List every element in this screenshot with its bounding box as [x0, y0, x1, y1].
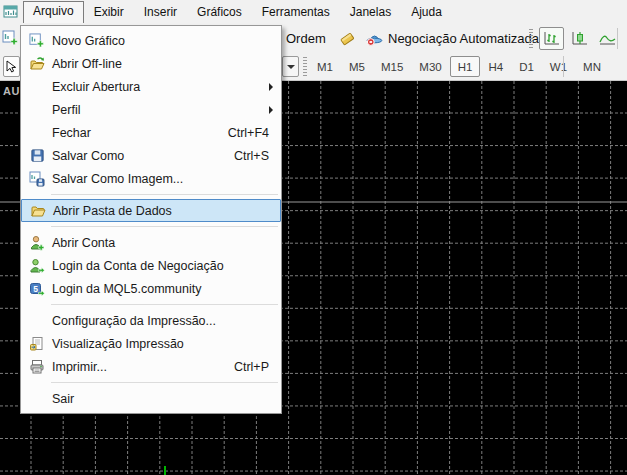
new-chart-toolbar-icon[interactable]: [2, 30, 19, 51]
menubar-item-janelas[interactable]: Janelas: [340, 2, 401, 23]
menu-item-novo-grafico[interactable]: Novo Gráfico: [21, 29, 281, 52]
autotrading-label: Negociação Automatizada: [388, 31, 539, 46]
print-preview-icon: [22, 336, 52, 352]
timeframe-m1[interactable]: M1: [309, 56, 341, 77]
shortcut-label: Ctrl+F4: [228, 126, 269, 140]
open-folder-icon: [23, 203, 53, 219]
cursor-tool-button[interactable]: [3, 56, 20, 77]
save-image-icon: [22, 171, 52, 187]
chevron-down-icon: [287, 65, 295, 69]
menu-item-imprimir[interactable]: Imprimir... Ctrl+P: [21, 355, 281, 378]
menu-item-fechar[interactable]: Fechar Ctrl+F4: [21, 121, 281, 144]
menu-item-sair[interactable]: Sair: [21, 387, 281, 410]
menu-item-abrir-conta[interactable]: Abrir Conta: [21, 231, 281, 254]
chart-window-icon[interactable]: [2, 3, 20, 21]
menu-item-login-mql5[interactable]: 5 Login da MQL5.community: [21, 277, 281, 300]
candlestick-chart-icon: [570, 30, 589, 47]
menu-item-salvar-como[interactable]: Salvar Como Ctrl+S: [21, 144, 281, 167]
menu-separator: [21, 222, 281, 231]
menubar-item-ajuda[interactable]: Ajuda: [401, 2, 452, 23]
timeframe-d1[interactable]: D1: [511, 56, 542, 77]
toolbar-grip[interactable]: [529, 29, 533, 48]
shortcut-label: Ctrl+P: [234, 360, 269, 374]
file-menu-dropdown: Novo Gráfico Abrir Off-line Excluir Aber…: [20, 25, 282, 414]
menubar-item-exibir[interactable]: Exibir: [84, 2, 134, 23]
menu-separator: [21, 300, 281, 309]
menu-item-salvar-como-imagem[interactable]: Salvar Como Imagem...: [21, 167, 281, 190]
save-icon: [22, 148, 52, 163]
menu-item-excluir-abertura[interactable]: Excluir Abertura: [21, 75, 281, 98]
toolbar-separator: [617, 28, 618, 49]
expert-advisor-hat-icon: [366, 30, 383, 47]
menu-item-perfil[interactable]: Perfil: [21, 98, 281, 121]
indicators-dropdown-button[interactable]: [282, 56, 299, 77]
chart-type-buttons: [539, 27, 620, 50]
account-add-icon: [22, 235, 52, 251]
timeframe-m30[interactable]: M30: [411, 56, 449, 77]
new-chart-icon: [22, 33, 52, 49]
submenu-arrow-icon: [269, 83, 273, 91]
order-ticket-icon[interactable]: [339, 30, 356, 51]
timeframe-m5[interactable]: M5: [341, 56, 373, 77]
submenu-arrow-icon: [269, 106, 273, 114]
bar-chart-button[interactable]: [539, 27, 564, 50]
menubar-item-ferramentas[interactable]: Ferramentas: [252, 2, 340, 23]
timeframe-mn[interactable]: MN: [575, 56, 609, 77]
menu-item-abrir-offline[interactable]: Abrir Off-line: [21, 52, 281, 75]
timeframe-w1[interactable]: W1: [542, 56, 575, 77]
candle-tick: [164, 466, 166, 475]
autotrading-button[interactable]: Negociação Automatizada: [362, 27, 543, 49]
timeframe-h4[interactable]: H4: [480, 56, 511, 77]
open-offline-icon: [22, 56, 52, 72]
timeframe-h1[interactable]: H1: [450, 56, 481, 77]
candlestick-chart-button[interactable]: [567, 27, 592, 50]
cursor-arrow-icon: [6, 60, 17, 73]
menubar-item-arquivo[interactable]: Arquivo: [23, 1, 84, 23]
menu-item-abrir-pasta-de-dados[interactable]: Abrir Pasta de Dados: [21, 199, 281, 222]
menu-separator: [21, 190, 281, 199]
menu-item-login-conta-negociacao[interactable]: Login da Conta de Negociação: [21, 254, 281, 277]
shortcut-label: Ctrl+S: [234, 149, 269, 163]
line-chart-icon: [598, 30, 617, 47]
chart-symbol-label: AU: [3, 85, 20, 97]
toolbar-grip[interactable]: [303, 57, 307, 76]
menu-bar: Arquivo Exibir Inserir Gráficos Ferramen…: [0, 0, 627, 24]
menu-separator: [21, 378, 281, 387]
bar-chart-icon: [542, 30, 561, 47]
new-order-button[interactable]: Ordem: [286, 31, 326, 46]
printer-icon: [22, 359, 52, 375]
mql5-icon: 5: [22, 281, 52, 297]
menubar-item-graficos[interactable]: Gráficos: [187, 2, 252, 23]
account-login-icon: [22, 258, 52, 274]
menu-item-visualizacao-impressao[interactable]: Visualização Impressão: [21, 332, 281, 355]
menubar-item-inserir[interactable]: Inserir: [134, 2, 187, 23]
svg-text:5: 5: [33, 283, 38, 293]
menu-item-configuracao-impressao[interactable]: Configuração da Impressão...: [21, 309, 281, 332]
toolbar-separator: [563, 56, 564, 77]
timeframe-m15[interactable]: M15: [373, 56, 411, 77]
